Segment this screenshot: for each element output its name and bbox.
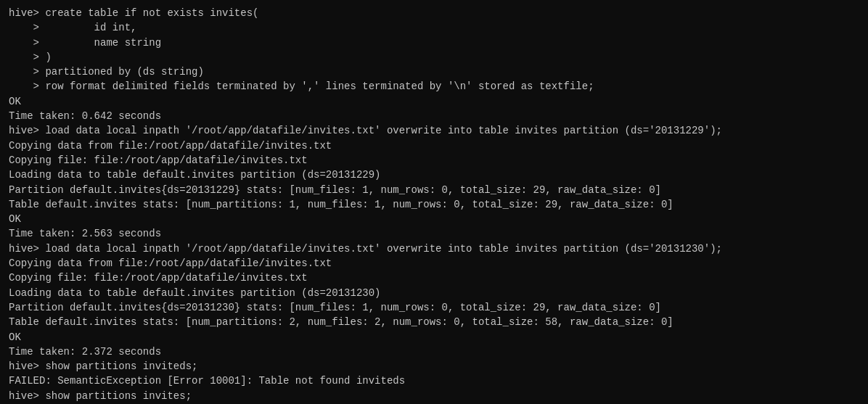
terminal-line-l2: > id int, bbox=[9, 20, 859, 35]
terminal-line-l10: Copying data from file:/root/app/datafil… bbox=[9, 139, 859, 153]
terminal-line-l3: > name string bbox=[9, 36, 859, 50]
terminal-line-l26: FAILED: SemanticException [Error 10001]:… bbox=[9, 374, 859, 388]
terminal-line-l19: Copying file: file:/root/app/datafile/in… bbox=[9, 271, 859, 285]
terminal-line-l23: OK bbox=[9, 330, 859, 345]
terminal-line-l4: > ) bbox=[9, 50, 859, 65]
terminal-line-l15: OK bbox=[9, 212, 859, 226]
terminal-line-l24: Time taken: 2.372 seconds bbox=[9, 345, 859, 359]
terminal-line-l8: Time taken: 0.642 seconds bbox=[9, 109, 859, 123]
terminal-line-l12: Loading data to table default.invites pa… bbox=[9, 168, 859, 182]
terminal-line-l21: Partition default.invites{ds=20131230} s… bbox=[9, 300, 859, 315]
terminal-line-l20: Loading data to table default.invites pa… bbox=[9, 286, 859, 300]
terminal-line-l14: Table default.invites stats: [num_partit… bbox=[9, 197, 859, 212]
terminal-line-l5: > partitioned by (ds string) bbox=[9, 65, 859, 79]
terminal-line-l18: Copying data from file:/root/app/datafil… bbox=[9, 256, 859, 271]
terminal-line-l9: hive> load data local inpath '/root/app/… bbox=[9, 123, 859, 138]
terminal-line-l7: OK bbox=[9, 94, 859, 109]
terminal-line-l17: hive> load data local inpath '/root/app/… bbox=[9, 242, 859, 256]
terminal-line-l13: Partition default.invites{ds=20131229} s… bbox=[9, 183, 859, 197]
terminal-line-l6: > row format delimited fields terminated… bbox=[9, 79, 859, 94]
terminal-window[interactable]: hive> create table if not exists invites… bbox=[0, 0, 868, 404]
terminal-line-l25: hive> show partitions inviteds; bbox=[9, 359, 859, 374]
terminal-line-l27: hive> show partitions invites; bbox=[9, 389, 859, 403]
terminal-line-l22: Table default.invites stats: [num_partit… bbox=[9, 315, 859, 329]
terminal-line-l1: hive> create table if not exists invites… bbox=[9, 6, 859, 20]
terminal-line-l11: Copying file: file:/root/app/datafile/in… bbox=[9, 153, 859, 168]
terminal-line-l16: Time taken: 2.563 seconds bbox=[9, 226, 859, 241]
